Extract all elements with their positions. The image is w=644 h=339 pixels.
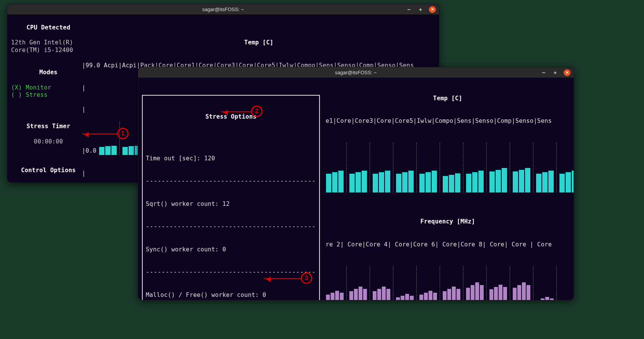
stress-timer-value: 00:00:00	[11, 138, 86, 146]
stress-timer-label: Stress Timer	[11, 123, 86, 130]
freq-label-2: Frequency [MHz]	[421, 218, 475, 225]
maximize-icon[interactable]: +	[552, 70, 558, 76]
callout-2: 2	[251, 106, 262, 117]
arrow-1	[82, 134, 117, 134]
temp-ymax: 99.0	[86, 62, 100, 69]
close-icon[interactable]: ✕	[564, 69, 571, 76]
stress-timeout[interactable]: Time out [sec]: 120	[146, 155, 316, 163]
arrow-2	[221, 111, 251, 112]
cpu-detected-label: CPU Detected	[11, 24, 86, 32]
dialog-title: Stress Options	[146, 113, 316, 121]
terminal-window-2: sagar@itsFOSS: ~ − + ✕ Temp [C] e1|Core|…	[138, 67, 574, 300]
mode-stress[interactable]: ( ) Stress	[11, 91, 86, 99]
freq-columns-2: re 2| Core|Core 4| Core|Core 6| Core|Cor…	[326, 241, 570, 249]
control-options-label: Control Options	[11, 167, 86, 174]
close-icon[interactable]: ✕	[429, 6, 436, 13]
divider: ----------------------------------------…	[146, 223, 316, 231]
divider: ----------------------------------------…	[146, 178, 316, 185]
stress-sqrt[interactable]: Sqrt() worker count: 12	[146, 200, 316, 208]
callout-1: 1	[117, 128, 129, 139]
temp-columns-2: e1|Core|Core3|Core|Core5|Iwlw|Compo|Sens…	[326, 117, 570, 125]
opt-graphs[interactable]: < Graphs >	[11, 182, 86, 183]
minimize-icon[interactable]: −	[406, 7, 412, 13]
arrow-3	[264, 278, 301, 279]
mode-monitor[interactable]: (X) Monitor	[11, 84, 51, 91]
stress-sync[interactable]: Sync() worker count: 0	[146, 246, 316, 254]
cpu-model: 12th Gen Intel(R) Core(TM) i5-12400	[11, 39, 73, 54]
divider: ----------------------------------------…	[146, 269, 316, 276]
temp-ymin: 0.0	[86, 147, 97, 155]
stress-options-dialog: Stress Options Time out [sec]: 120 -----…	[142, 95, 320, 300]
temp-label-2: Temp [C]	[433, 95, 462, 102]
terminal-body-2: Temp [C] e1|Core|Core3|Core|Core5|Iwlw|C…	[138, 78, 574, 298]
maximize-icon[interactable]: +	[417, 7, 424, 13]
callout-3: 3	[301, 272, 312, 284]
titlebar-2: sagar@itsFOSS: ~ − + ✕	[138, 67, 574, 78]
window-title-2: sagar@itsFOSS: ~	[335, 70, 377, 75]
modes-label: Modes	[11, 69, 86, 77]
freq-chart-2	[326, 266, 570, 300]
stress-malloc[interactable]: Malloc() / Free() worker count: 0	[146, 292, 316, 299]
minimize-icon[interactable]: −	[541, 70, 547, 76]
temp-label-1: Temp [C]	[244, 39, 273, 46]
temp-chart-2	[326, 143, 570, 192]
window-title-1: sagar@itsFOSS: ~	[202, 7, 244, 12]
titlebar-1: sagar@itsFOSS: ~ − + ✕	[7, 4, 439, 15]
